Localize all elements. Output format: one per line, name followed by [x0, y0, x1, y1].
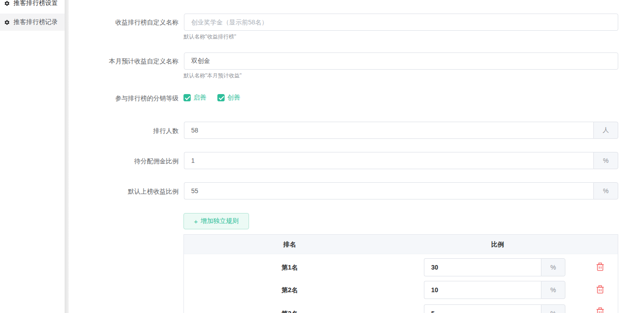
ratio-input[interactable]: [424, 304, 541, 313]
checkbox-checked-icon: [183, 94, 191, 101]
gear-icon: [4, 0, 10, 6]
default-ratio-input[interactable]: [184, 182, 593, 199]
sidebar-item-label: 推客排行榜设置: [14, 0, 58, 7]
sidebar-item-rank-records[interactable]: 推客排行榜记录: [0, 14, 65, 31]
plus-icon: +: [194, 218, 198, 225]
ratio-field: %: [424, 258, 565, 276]
delete-rule-icon[interactable]: [596, 307, 604, 313]
rank-count-input[interactable]: [184, 122, 593, 139]
unit-suffix: 人: [593, 122, 618, 139]
gear-icon: [4, 19, 10, 25]
pending-commission-label: 待分配佣金比例: [134, 157, 179, 165]
rank-cell: 第1名: [244, 264, 335, 271]
ratio-field: %: [424, 281, 565, 299]
month-income-name-helper: 默认名称"本月预计收益": [183, 72, 242, 79]
rank-cell: 第3名: [244, 310, 335, 313]
pending-commission-field: %: [184, 152, 618, 169]
sidebar: 推客排行榜设置 推客排行榜记录: [0, 0, 65, 313]
month-income-name-input[interactable]: [184, 52, 618, 70]
pending-commission-input[interactable]: [184, 152, 593, 169]
percent-suffix: %: [541, 258, 565, 276]
income-rank-name-label: 收益排行榜自定义名称: [115, 19, 179, 26]
percent-suffix: %: [541, 304, 565, 313]
rank-count-label: 排行人数: [153, 127, 179, 134]
header-ratio: 比例: [452, 235, 543, 254]
ratio-field: %: [424, 304, 565, 313]
ratio-input[interactable]: [424, 281, 541, 299]
ratio-input[interactable]: [424, 258, 541, 276]
checkbox-label: 创善: [227, 94, 240, 102]
percent-suffix: %: [593, 182, 618, 199]
levels-label: 参与排行榜的分销等级: [115, 95, 179, 102]
level-checkbox-qishan[interactable]: 启善: [183, 94, 206, 102]
rank-cell: 第2名: [244, 286, 335, 294]
add-rule-label: 增加独立规则: [201, 217, 239, 225]
income-rank-name-input[interactable]: [184, 14, 618, 31]
sidebar-item-rank-settings[interactable]: 推客排行榜设置: [0, 0, 65, 12]
default-ratio-label: 默认上榜收益比例: [128, 188, 179, 195]
checkbox-checked-icon: [217, 94, 225, 101]
header-rank: 排名: [244, 235, 335, 254]
sidebar-item-label: 推客排行榜记录: [14, 18, 58, 26]
percent-suffix: %: [593, 152, 618, 169]
page: 推客排行榜设置 推客排行榜记录 收益排行榜自定义名称 默认名称"收益排行榜" 本…: [0, 0, 644, 313]
level-checkbox-chuangshan[interactable]: 创善: [217, 94, 240, 102]
rules-table: 排名 比例 第1名 % 第2名 %: [183, 234, 618, 313]
income-rank-name-helper: 默认名称"收益排行榜": [183, 33, 236, 40]
default-ratio-field: %: [184, 182, 618, 199]
sidebar-scrollbar[interactable]: [65, 0, 69, 313]
table-header: 排名 比例: [184, 235, 618, 254]
checkbox-label: 启善: [193, 94, 206, 102]
delete-rule-icon[interactable]: [596, 262, 604, 271]
delete-rule-icon[interactable]: [596, 285, 604, 294]
rank-count-field: 人: [184, 122, 618, 139]
month-income-name-label: 本月预计收益自定义名称: [109, 57, 179, 65]
percent-suffix: %: [541, 281, 565, 299]
add-rule-button[interactable]: + 增加独立规则: [183, 213, 249, 229]
